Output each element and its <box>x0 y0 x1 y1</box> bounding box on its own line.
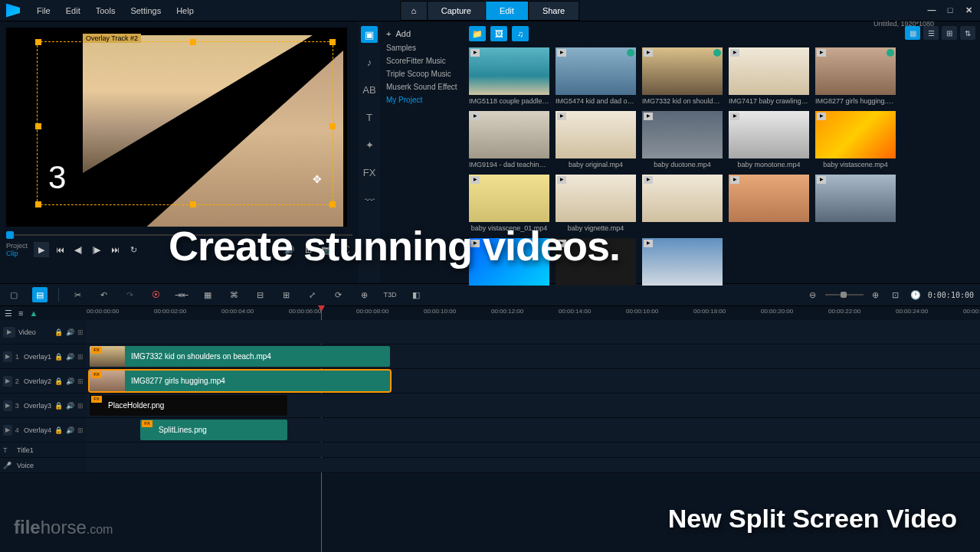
go-end-icon[interactable]: ⏭ <box>107 242 123 257</box>
track-body[interactable] <box>87 458 980 472</box>
library-item[interactable]: ▶ <box>556 238 636 286</box>
tracklist-icon-2[interactable]: ≡ <box>18 309 23 318</box>
timeline-clip[interactable]: FX IMG8277 girls hugging.mp4 <box>90 371 390 391</box>
list-view-icon[interactable]: ☰ <box>923 26 939 40</box>
timeline-timecode[interactable]: 0:00:10:00 <box>928 291 974 299</box>
library-item[interactable]: ▶ IMG7332 kid on shoulders on b... <box>642 47 723 105</box>
menu-tools[interactable]: Tools <box>88 6 123 15</box>
go-start-icon[interactable]: ⏮ <box>52 242 67 257</box>
menu-edit[interactable]: Edit <box>58 6 88 15</box>
title-icon[interactable]: T <box>3 446 14 454</box>
title-icon[interactable]: T <box>361 109 378 126</box>
graphic-icon[interactable]: ✦ <box>361 136 378 153</box>
tab-home[interactable]: ⌂ <box>400 1 428 21</box>
library-item[interactable]: ▶ IMG8277 girls hugging.mp4 <box>815 47 896 105</box>
audio-icon[interactable]: 🔊 <box>282 242 297 257</box>
filter-fx-icon[interactable]: FX <box>361 164 378 181</box>
timeremap-icon[interactable]: ⟳ <box>330 287 346 302</box>
redo-icon[interactable]: ↷ <box>122 287 137 302</box>
mask-icon[interactable]: ◧ <box>408 287 424 302</box>
library-item[interactable]: ▶ baby vistascene.mp4 <box>815 111 896 168</box>
timeline-clip[interactable]: FX PlaceHolder.png <box>90 395 287 416</box>
track-controls[interactable]: 🔒🔊⊞ <box>54 377 84 385</box>
sound-icon[interactable]: ♪ <box>361 54 378 70</box>
multicam-icon[interactable]: ▦ <box>200 287 215 302</box>
timeline-clip[interactable]: FX SplitLines.png <box>140 420 287 440</box>
library-item[interactable]: ▶ IMG9194 - dad teaching daught... <box>469 111 549 168</box>
timeline-mode-icon[interactable]: ▤ <box>32 287 48 302</box>
track-body[interactable]: FX SplitLines.png <box>87 418 980 442</box>
menu-file[interactable]: File <box>29 6 58 15</box>
track-body[interactable] <box>87 320 980 344</box>
library-item[interactable]: ▶ baby vistascene_01.mp4 <box>469 175 549 232</box>
tree-item-scorefitter[interactable]: ScoreFitter Music <box>383 54 461 67</box>
resize-handle[interactable] <box>329 39 336 45</box>
preview-scrubber[interactable] <box>6 231 352 239</box>
resize-handle[interactable] <box>35 123 41 129</box>
tab-capture[interactable]: Capture <box>427 1 486 21</box>
path-icon[interactable]: 〰 <box>361 191 378 208</box>
filter-photo-icon[interactable]: 🖼 <box>490 26 507 41</box>
camera-icon[interactable]: ▶ <box>3 425 12 436</box>
mode-label-clip[interactable]: Clip <box>6 250 28 257</box>
sort-icon[interactable]: ⇅ <box>960 26 975 40</box>
preview-canvas[interactable]: 3 Overlay Track #2 ✥ <box>6 28 347 227</box>
link-icon[interactable]: ⌘ <box>226 287 241 302</box>
transition-icon[interactable]: AB <box>361 81 378 98</box>
thumb-view-icon[interactable]: ▦ <box>905 26 920 40</box>
tools-icon[interactable]: ✂ <box>70 287 85 302</box>
track-controls[interactable]: 🔒🔊⊞ <box>54 426 84 434</box>
library-item[interactable]: ▶ IMG5118 couple paddle boardin... <box>469 47 549 105</box>
camera-icon[interactable]: ▶ <box>3 327 15 338</box>
zoom-slider[interactable] <box>825 294 864 296</box>
play-icon[interactable]: ▶ <box>34 242 49 257</box>
record-icon[interactable]: ⦿ <box>148 287 163 302</box>
marker-icon[interactable]: ▲ <box>29 309 38 318</box>
menu-settings[interactable]: Settings <box>123 6 169 15</box>
mode-label-project[interactable]: Project <box>6 242 28 250</box>
subtitle-icon[interactable]: ⊟ <box>252 287 267 302</box>
timeline-clip[interactable]: FX IMG7332 kid on shoulders on beach.mp4 <box>90 346 390 367</box>
resize-handle[interactable] <box>190 39 196 45</box>
selection-border[interactable] <box>37 41 333 205</box>
track-controls[interactable]: 🔒🔊⊞ <box>54 328 84 336</box>
library-item[interactable]: ▶ IMG7417 baby crawling.mp4 <box>729 47 809 105</box>
tracklist-icon[interactable]: ☰ <box>5 309 12 318</box>
tree-item-myproject[interactable]: My Project <box>383 93 461 106</box>
tab-edit[interactable]: Edit <box>485 1 529 21</box>
scrub-marker[interactable] <box>6 231 14 239</box>
resize-handle[interactable] <box>329 201 336 207</box>
add-media-button[interactable]: +Add <box>383 26 461 41</box>
track-body[interactable]: FX IMG8277 girls hugging.mp4 <box>87 369 980 393</box>
grid-view-icon[interactable]: ⊞ <box>942 26 957 40</box>
track-body[interactable]: FX IMG7332 kid on shoulders on beach.mp4 <box>87 345 980 368</box>
3d-title-icon[interactable]: T3D <box>382 287 398 302</box>
media-icon[interactable]: ▣ <box>361 26 378 43</box>
library-item[interactable]: ▶ baby duotone.mp4 <box>642 111 723 168</box>
timeline-ruler[interactable]: 00:00:00:0000:00:02:0000:00:04:0000:00:0… <box>87 306 980 320</box>
track-body[interactable] <box>87 443 980 457</box>
splitscreen-icon[interactable]: ⊞ <box>278 287 293 302</box>
tree-item-muserk[interactable]: Muserk Sound Effect <box>383 80 461 93</box>
tab-share[interactable]: Share <box>528 1 579 21</box>
zoom-out-icon[interactable]: ⊖ <box>805 287 821 302</box>
next-frame-icon[interactable]: |▶ <box>89 242 104 257</box>
track-controls[interactable]: 🔒🔊⊞ <box>54 402 84 410</box>
tree-item-samples[interactable]: Samples <box>383 41 461 54</box>
library-item[interactable]: ▶ <box>729 175 809 232</box>
clock-icon[interactable]: 🕐 <box>908 287 923 302</box>
resize-handle[interactable] <box>35 201 41 207</box>
storyboard-icon[interactable]: ▢ <box>6 287 21 302</box>
library-item[interactable]: ▶ <box>642 238 723 286</box>
camera-icon[interactable]: ▶ <box>3 400 12 411</box>
import-folder-icon[interactable]: 📁 <box>469 26 486 41</box>
pan-zoom-icon[interactable]: ⤢ <box>304 287 320 302</box>
camera-icon[interactable]: ▶ <box>3 351 12 362</box>
mic-icon[interactable]: 🎤 <box>3 462 14 469</box>
fullscreen-icon[interactable]: ⛶ <box>337 242 352 257</box>
library-item[interactable]: ▶ <box>469 238 549 286</box>
close-icon[interactable]: ✕ <box>963 5 974 15</box>
track-controls[interactable]: 🔒🔊⊞ <box>54 353 84 361</box>
resize-handle[interactable] <box>329 123 336 129</box>
loop-icon[interactable]: ↻ <box>126 242 141 257</box>
